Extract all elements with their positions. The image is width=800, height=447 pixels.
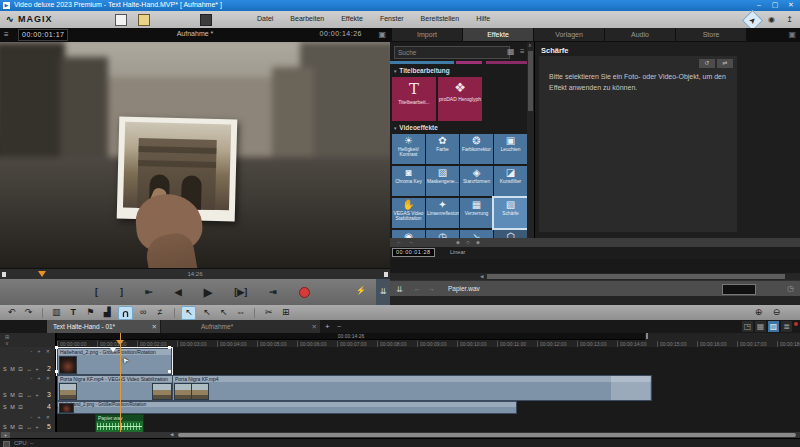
- title-editor-icon[interactable]: T: [67, 306, 80, 318]
- scroll-up-icon[interactable]: ∧: [528, 42, 532, 48]
- transition-icon[interactable]: ↔: [26, 366, 33, 372]
- tab-effekte[interactable]: Effekte: [463, 28, 533, 41]
- redo-icon[interactable]: ↷: [22, 306, 35, 318]
- tab-import[interactable]: Import: [392, 28, 462, 41]
- mute-button[interactable]: M: [10, 424, 16, 430]
- range-icon[interactable]: ⊞: [279, 306, 292, 318]
- effect-tile-maskengenerierung[interactable]: ▨Maskengene...: [426, 166, 459, 196]
- collapse-tracks-icon[interactable]: ∨: [5, 340, 9, 346]
- grid-view-icon[interactable]: ▦: [507, 47, 515, 56]
- keyframe-remove-icon[interactable]: ◇: [466, 238, 470, 247]
- tab-audio[interactable]: Audio: [605, 28, 675, 41]
- effect-tile-linsenreflexion[interactable]: ✦Linsenreflexion: [426, 198, 459, 228]
- effect-tile-verzerrung[interactable]: ▦Verzerrung: [460, 198, 493, 228]
- keyframe-prev-icon[interactable]: ←: [396, 238, 402, 247]
- effect-tile-farbe[interactable]: ✿Farbe: [426, 134, 459, 164]
- keyframe-scrollbar[interactable]: ◀: [390, 273, 800, 280]
- section-title-fx[interactable]: ▼ Titelbearbeitung: [393, 67, 450, 74]
- search-input[interactable]: [394, 46, 510, 59]
- menu-bereitstellen[interactable]: Bereitstellen: [419, 15, 462, 22]
- grid-arrange-icon[interactable]: ▦: [755, 321, 766, 332]
- media-pool-detach-icon[interactable]: ▣: [788, 30, 796, 39]
- maximize-button[interactable]: ▢: [768, 1, 782, 9]
- zoom-in-icon[interactable]: ⊕: [752, 306, 765, 318]
- clip-haltehand-track4[interactable]: Haltehand_2.png - Größe/Position/Rotatio…: [57, 401, 517, 414]
- solo-button[interactable]: S: [3, 366, 8, 372]
- effect-tile-leuchten[interactable]: ▣Leuchten: [494, 134, 527, 164]
- video-preview[interactable]: [0, 42, 390, 268]
- add-tab-icon[interactable]: +: [325, 322, 330, 331]
- delete-icon[interactable]: ▥: [50, 306, 63, 318]
- keyframe-timecode[interactable]: 00:00:01:28: [392, 248, 435, 257]
- selection-handle[interactable]: [168, 346, 171, 349]
- waveform-icon[interactable]: ▟: [101, 306, 114, 318]
- selection-handle[interactable]: [55, 346, 58, 349]
- close-tab-icon[interactable]: ✕: [312, 320, 317, 333]
- undo-icon[interactable]: ↶: [5, 306, 18, 318]
- track-lane-5[interactable]: [55, 413, 800, 433]
- snap-magnet-icon[interactable]: U: [118, 306, 133, 320]
- keyframe-next-icon[interactable]: →: [408, 238, 414, 247]
- effect-tile-kunstfilter[interactable]: ◪Kunstfilter: [494, 166, 527, 196]
- menu-effekte[interactable]: Effekte: [339, 15, 365, 22]
- mute-button[interactable]: M: [10, 366, 16, 372]
- effect-tile-helligkeit-kontrast[interactable]: ☀Helligkeit/ Kontrast: [392, 134, 425, 164]
- stretch-mode-icon[interactable]: ⇔: [234, 306, 247, 318]
- mouse-mode-standard-icon[interactable]: ↖: [181, 306, 196, 320]
- lock-icon[interactable]: ⊡: [18, 392, 24, 398]
- remove-tab-icon[interactable]: −: [337, 322, 342, 331]
- lock-icon[interactable]: ⊡: [18, 424, 24, 430]
- upload-icon[interactable]: ↥: [783, 13, 796, 26]
- tab-store[interactable]: Store: [676, 28, 746, 41]
- solo-button[interactable]: S: [3, 404, 8, 410]
- record-icon[interactable]: ◉: [765, 13, 778, 26]
- project-tab-active[interactable]: Text Halte-Hand - 01* ✕: [47, 320, 160, 333]
- scroll-left-icon[interactable]: ◀: [480, 274, 483, 279]
- lock-icon[interactable]: ⊡: [18, 366, 24, 372]
- collapse-panel-icon[interactable]: ⇊: [396, 285, 403, 294]
- keyframe-add-icon[interactable]: ◆: [456, 238, 460, 247]
- clip-porta-nigra-a[interactable]: Porta Nigra KF.mp4 - VEGAS Video Stabili…: [57, 375, 174, 401]
- effect-tile-speed-blur[interactable]: ◉: [392, 230, 425, 238]
- tab-vorlagen[interactable]: Vorlagen: [534, 28, 604, 41]
- preview-monitor-icon[interactable]: ◳: [742, 321, 753, 332]
- open-project-icon[interactable]: [138, 14, 150, 26]
- export-icon[interactable]: [200, 14, 212, 26]
- effect-tile-vegas-stabilization[interactable]: ✋VEGAS Video Stabilization: [392, 198, 425, 228]
- range-in-button[interactable]: [: [95, 287, 98, 297]
- compare-effect-button[interactable]: ⇄: [717, 59, 733, 68]
- keyframe-mode-label[interactable]: Linear: [450, 249, 465, 255]
- new-project-icon[interactable]: [115, 14, 127, 26]
- keyframe-scroll-thumb[interactable]: [487, 274, 785, 279]
- preview-collapse-icon[interactable]: ⇊: [376, 279, 390, 305]
- reset-effect-button[interactable]: ↺: [699, 59, 715, 68]
- group-icon[interactable]: ∞: [137, 306, 150, 318]
- effect-tile-geschwindigkeit[interactable]: ◷: [426, 230, 459, 238]
- prev-frame-button[interactable]: ◀: [175, 287, 182, 297]
- range-out-button[interactable]: ]: [120, 287, 123, 297]
- mute-button[interactable]: M: [10, 404, 16, 410]
- jump-start-button[interactable]: ⇤: [145, 287, 153, 297]
- marker-flag-icon[interactable]: ⚑: [84, 306, 97, 318]
- effect-tile-pan-zoom[interactable]: ↘: [460, 230, 493, 238]
- mixer-icon[interactable]: ≣: [781, 321, 792, 332]
- zoom-out-icon[interactable]: ⊖: [770, 306, 783, 318]
- height-icon[interactable]: ÷: [36, 366, 40, 372]
- timeline-view-icon[interactable]: ▨: [768, 321, 779, 332]
- effect-tile-prodad-heroglyph[interactable]: ❖ proDAD Heroglyph: [438, 77, 482, 121]
- menu-datei[interactable]: Datei: [255, 15, 275, 22]
- lock-icon[interactable]: ⊡: [18, 404, 24, 410]
- clock-icon[interactable]: ◷: [787, 284, 794, 293]
- menu-fenster[interactable]: Fenster: [378, 15, 406, 22]
- record-button[interactable]: [299, 287, 310, 298]
- menu-bearbeiten[interactable]: Bearbeiten: [288, 15, 326, 22]
- prev-object-icon[interactable]: ←: [414, 285, 421, 292]
- effect-tile-titelbearbeitung[interactable]: T Titelbearbeit...: [392, 77, 436, 121]
- height-icon[interactable]: ÷: [36, 392, 40, 398]
- effect-tile-stanzformen[interactable]: ◈Stanzformen: [460, 166, 493, 196]
- timeline-playhead-marker[interactable]: [116, 340, 124, 345]
- project-range-bar[interactable]: 00:00:14:26: [57, 333, 645, 340]
- close-tab-icon[interactable]: ✕: [152, 320, 157, 333]
- preview-detach-icon[interactable]: ▣: [378, 30, 386, 39]
- mouse-mode-single-icon[interactable]: ↖: [200, 306, 213, 318]
